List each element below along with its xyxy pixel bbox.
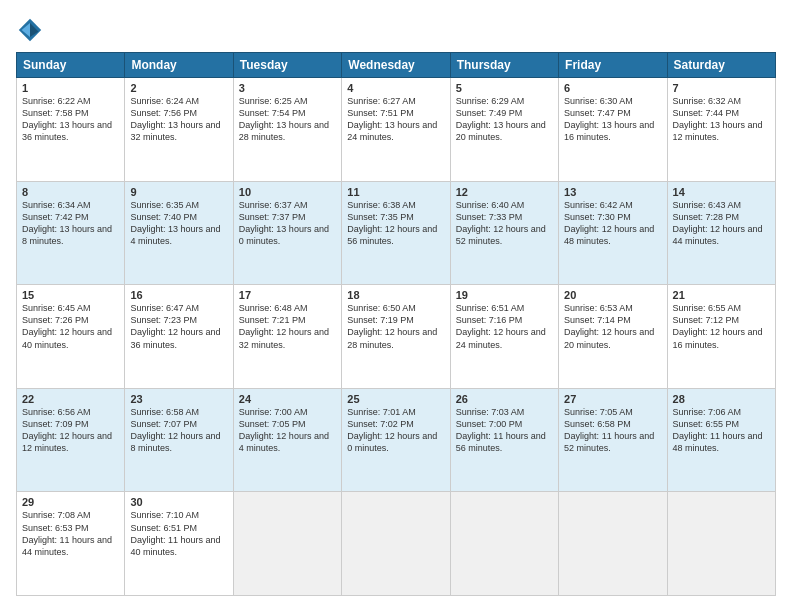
day-number: 18 — [347, 289, 444, 301]
day-info: Sunrise: 6:35 AMSunset: 7:40 PMDaylight:… — [130, 199, 227, 248]
table-row: 7Sunrise: 6:32 AMSunset: 7:44 PMDaylight… — [667, 78, 775, 182]
table-row: 17Sunrise: 6:48 AMSunset: 7:21 PMDayligh… — [233, 285, 341, 389]
calendar: SundayMondayTuesdayWednesdayThursdayFrid… — [16, 52, 776, 596]
day-number: 5 — [456, 82, 553, 94]
table-row: 22Sunrise: 6:56 AMSunset: 7:09 PMDayligh… — [17, 388, 125, 492]
table-row: 12Sunrise: 6:40 AMSunset: 7:33 PMDayligh… — [450, 181, 558, 285]
table-row: 29Sunrise: 7:08 AMSunset: 6:53 PMDayligh… — [17, 492, 125, 596]
day-number: 17 — [239, 289, 336, 301]
table-row: 13Sunrise: 6:42 AMSunset: 7:30 PMDayligh… — [559, 181, 667, 285]
day-info: Sunrise: 6:43 AMSunset: 7:28 PMDaylight:… — [673, 199, 770, 248]
day-info: Sunrise: 6:32 AMSunset: 7:44 PMDaylight:… — [673, 95, 770, 144]
day-number: 24 — [239, 393, 336, 405]
table-row: 25Sunrise: 7:01 AMSunset: 7:02 PMDayligh… — [342, 388, 450, 492]
day-number: 1 — [22, 82, 119, 94]
table-row: 8Sunrise: 6:34 AMSunset: 7:42 PMDaylight… — [17, 181, 125, 285]
day-number: 22 — [22, 393, 119, 405]
day-info: Sunrise: 6:27 AMSunset: 7:51 PMDaylight:… — [347, 95, 444, 144]
day-number: 29 — [22, 496, 119, 508]
table-row: 2Sunrise: 6:24 AMSunset: 7:56 PMDaylight… — [125, 78, 233, 182]
col-header-saturday: Saturday — [667, 53, 775, 78]
table-row: 18Sunrise: 6:50 AMSunset: 7:19 PMDayligh… — [342, 285, 450, 389]
table-row: 1Sunrise: 6:22 AMSunset: 7:58 PMDaylight… — [17, 78, 125, 182]
table-row: 30Sunrise: 7:10 AMSunset: 6:51 PMDayligh… — [125, 492, 233, 596]
day-number: 21 — [673, 289, 770, 301]
day-info: Sunrise: 6:38 AMSunset: 7:35 PMDaylight:… — [347, 199, 444, 248]
day-info: Sunrise: 7:00 AMSunset: 7:05 PMDaylight:… — [239, 406, 336, 455]
table-row: 19Sunrise: 6:51 AMSunset: 7:16 PMDayligh… — [450, 285, 558, 389]
day-number: 26 — [456, 393, 553, 405]
col-header-friday: Friday — [559, 53, 667, 78]
logo-icon — [16, 16, 44, 44]
day-info: Sunrise: 7:05 AMSunset: 6:58 PMDaylight:… — [564, 406, 661, 455]
day-info: Sunrise: 6:53 AMSunset: 7:14 PMDaylight:… — [564, 302, 661, 351]
table-row: 11Sunrise: 6:38 AMSunset: 7:35 PMDayligh… — [342, 181, 450, 285]
col-header-thursday: Thursday — [450, 53, 558, 78]
day-info: Sunrise: 6:29 AMSunset: 7:49 PMDaylight:… — [456, 95, 553, 144]
table-row: 9Sunrise: 6:35 AMSunset: 7:40 PMDaylight… — [125, 181, 233, 285]
day-number: 12 — [456, 186, 553, 198]
day-info: Sunrise: 7:08 AMSunset: 6:53 PMDaylight:… — [22, 509, 119, 558]
day-number: 8 — [22, 186, 119, 198]
table-row: 10Sunrise: 6:37 AMSunset: 7:37 PMDayligh… — [233, 181, 341, 285]
day-info: Sunrise: 6:37 AMSunset: 7:37 PMDaylight:… — [239, 199, 336, 248]
day-number: 25 — [347, 393, 444, 405]
day-info: Sunrise: 6:30 AMSunset: 7:47 PMDaylight:… — [564, 95, 661, 144]
col-header-wednesday: Wednesday — [342, 53, 450, 78]
day-number: 15 — [22, 289, 119, 301]
day-number: 23 — [130, 393, 227, 405]
day-number: 6 — [564, 82, 661, 94]
day-info: Sunrise: 6:48 AMSunset: 7:21 PMDaylight:… — [239, 302, 336, 351]
page: SundayMondayTuesdayWednesdayThursdayFrid… — [0, 0, 792, 612]
day-number: 3 — [239, 82, 336, 94]
header — [16, 16, 776, 44]
table-row — [233, 492, 341, 596]
day-info: Sunrise: 7:01 AMSunset: 7:02 PMDaylight:… — [347, 406, 444, 455]
table-row: 24Sunrise: 7:00 AMSunset: 7:05 PMDayligh… — [233, 388, 341, 492]
col-header-monday: Monday — [125, 53, 233, 78]
table-row: 4Sunrise: 6:27 AMSunset: 7:51 PMDaylight… — [342, 78, 450, 182]
table-row: 23Sunrise: 6:58 AMSunset: 7:07 PMDayligh… — [125, 388, 233, 492]
day-number: 9 — [130, 186, 227, 198]
table-row: 3Sunrise: 6:25 AMSunset: 7:54 PMDaylight… — [233, 78, 341, 182]
table-row: 16Sunrise: 6:47 AMSunset: 7:23 PMDayligh… — [125, 285, 233, 389]
day-number: 10 — [239, 186, 336, 198]
day-info: Sunrise: 6:24 AMSunset: 7:56 PMDaylight:… — [130, 95, 227, 144]
day-number: 14 — [673, 186, 770, 198]
table-row — [667, 492, 775, 596]
day-number: 28 — [673, 393, 770, 405]
day-info: Sunrise: 6:45 AMSunset: 7:26 PMDaylight:… — [22, 302, 119, 351]
table-row: 5Sunrise: 6:29 AMSunset: 7:49 PMDaylight… — [450, 78, 558, 182]
table-row: 28Sunrise: 7:06 AMSunset: 6:55 PMDayligh… — [667, 388, 775, 492]
table-row: 27Sunrise: 7:05 AMSunset: 6:58 PMDayligh… — [559, 388, 667, 492]
table-row — [450, 492, 558, 596]
table-row: 26Sunrise: 7:03 AMSunset: 7:00 PMDayligh… — [450, 388, 558, 492]
day-info: Sunrise: 7:06 AMSunset: 6:55 PMDaylight:… — [673, 406, 770, 455]
day-info: Sunrise: 6:34 AMSunset: 7:42 PMDaylight:… — [22, 199, 119, 248]
col-header-tuesday: Tuesday — [233, 53, 341, 78]
day-info: Sunrise: 6:47 AMSunset: 7:23 PMDaylight:… — [130, 302, 227, 351]
day-number: 16 — [130, 289, 227, 301]
table-row: 6Sunrise: 6:30 AMSunset: 7:47 PMDaylight… — [559, 78, 667, 182]
day-info: Sunrise: 6:42 AMSunset: 7:30 PMDaylight:… — [564, 199, 661, 248]
table-row — [342, 492, 450, 596]
day-number: 11 — [347, 186, 444, 198]
table-row: 14Sunrise: 6:43 AMSunset: 7:28 PMDayligh… — [667, 181, 775, 285]
logo — [16, 16, 48, 44]
day-info: Sunrise: 6:58 AMSunset: 7:07 PMDaylight:… — [130, 406, 227, 455]
table-row: 20Sunrise: 6:53 AMSunset: 7:14 PMDayligh… — [559, 285, 667, 389]
col-header-sunday: Sunday — [17, 53, 125, 78]
day-number: 13 — [564, 186, 661, 198]
day-number: 30 — [130, 496, 227, 508]
day-number: 19 — [456, 289, 553, 301]
day-info: Sunrise: 6:50 AMSunset: 7:19 PMDaylight:… — [347, 302, 444, 351]
day-info: Sunrise: 6:22 AMSunset: 7:58 PMDaylight:… — [22, 95, 119, 144]
day-number: 2 — [130, 82, 227, 94]
day-number: 20 — [564, 289, 661, 301]
table-row — [559, 492, 667, 596]
day-number: 7 — [673, 82, 770, 94]
day-info: Sunrise: 6:55 AMSunset: 7:12 PMDaylight:… — [673, 302, 770, 351]
day-info: Sunrise: 6:25 AMSunset: 7:54 PMDaylight:… — [239, 95, 336, 144]
day-info: Sunrise: 7:10 AMSunset: 6:51 PMDaylight:… — [130, 509, 227, 558]
day-info: Sunrise: 6:56 AMSunset: 7:09 PMDaylight:… — [22, 406, 119, 455]
